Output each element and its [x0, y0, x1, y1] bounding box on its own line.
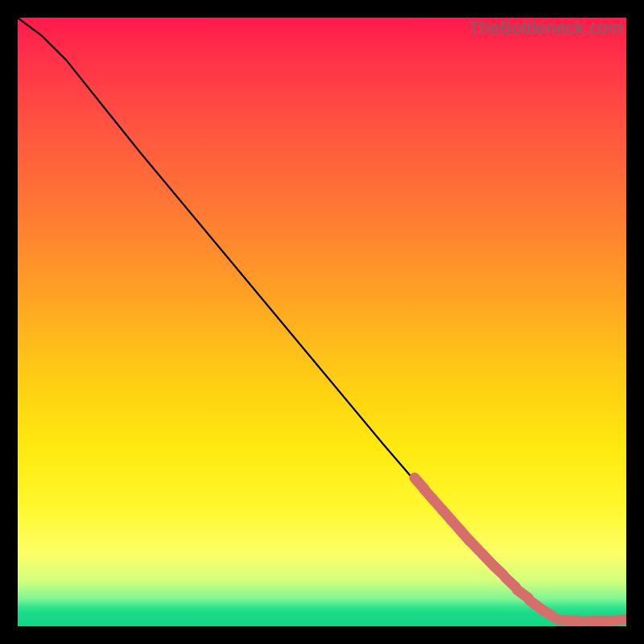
chart-frame: TheBottleneck.com	[0, 0, 644, 644]
data-marker	[541, 609, 553, 617]
marker-group	[415, 478, 626, 621]
data-marker	[616, 619, 626, 621]
chart-svg	[18, 18, 626, 626]
data-marker	[568, 621, 582, 621]
bottleneck-curve	[18, 18, 626, 621]
plot-area: TheBottleneck.com	[18, 18, 626, 626]
data-marker	[469, 540, 479, 551]
